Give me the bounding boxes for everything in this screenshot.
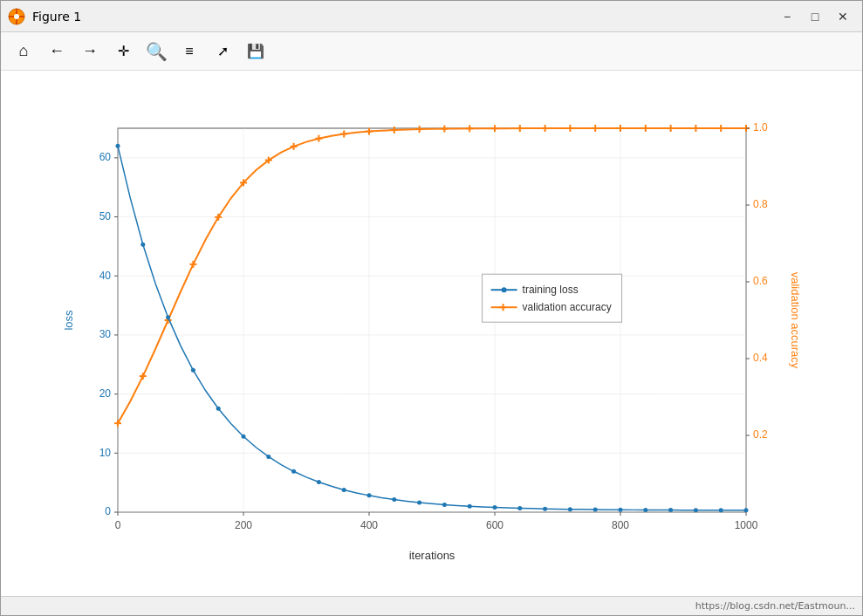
back-button[interactable]: ← <box>41 37 72 66</box>
forward-button[interactable]: → <box>74 37 106 66</box>
zoom-button[interactable]: 🔍 <box>140 37 172 66</box>
back-icon: ← <box>49 42 65 60</box>
autoscale-icon: ➚ <box>217 43 229 59</box>
chart-area <box>1 71 862 596</box>
status-bar: https://blog.csdn.net/Eastmoun... <box>1 596 862 615</box>
window-controls: − □ ✕ <box>775 6 855 27</box>
pan-button[interactable]: ✛ <box>107 37 139 66</box>
close-button[interactable]: ✕ <box>831 6 855 27</box>
forward-icon: → <box>82 42 98 60</box>
main-window: Figure 1 − □ ✕ ⌂ ← → ✛ 🔍 ≡ ➚ 💾 <box>0 0 863 616</box>
configure-button[interactable]: ≡ <box>174 37 205 66</box>
save-icon: 💾 <box>247 43 264 59</box>
minimize-button[interactable]: − <box>775 6 799 27</box>
configure-icon: ≡ <box>185 44 193 59</box>
zoom-icon: 🔍 <box>146 41 168 62</box>
chart-canvas[interactable] <box>57 102 807 565</box>
home-button[interactable]: ⌂ <box>8 37 39 66</box>
home-icon: ⌂ <box>19 42 29 60</box>
chart-container <box>57 102 807 565</box>
status-url: https://blog.csdn.net/Eastmoun... <box>695 600 855 612</box>
save-button[interactable]: 💾 <box>240 37 271 66</box>
title-bar: Figure 1 − □ ✕ <box>1 1 862 32</box>
svg-point-3 <box>14 14 19 19</box>
app-icon <box>8 8 25 25</box>
window-title: Figure 1 <box>32 10 81 24</box>
pan-icon: ✛ <box>118 43 129 59</box>
maximize-button[interactable]: □ <box>803 6 827 27</box>
toolbar: ⌂ ← → ✛ 🔍 ≡ ➚ 💾 <box>1 32 862 71</box>
autoscale-button[interactable]: ➚ <box>207 37 238 66</box>
